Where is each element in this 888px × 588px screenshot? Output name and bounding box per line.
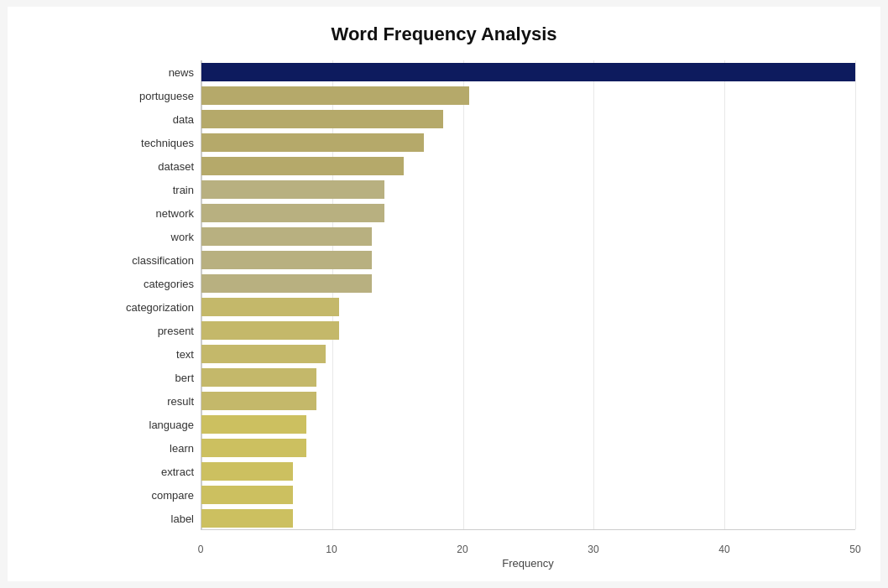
- bar-label: techniques: [108, 131, 194, 154]
- x-tick-label: 10: [326, 544, 337, 555]
- chart-container: Word Frequency Analysis newsportugueseda…: [8, 7, 880, 581]
- bar-item: [201, 251, 372, 268]
- x-tick-label: 30: [588, 544, 598, 555]
- bar-item: [201, 415, 306, 433]
- bars-column: [201, 60, 855, 530]
- bar-label: label: [108, 507, 194, 530]
- bar-label: portuguese: [108, 84, 194, 107]
- bar-label: dataset: [108, 154, 194, 178]
- grid-line: [724, 60, 725, 529]
- bar-item: [201, 321, 339, 339]
- bar-label: categorization: [108, 295, 194, 319]
- bar-item: [201, 180, 384, 198]
- bar-item: [201, 110, 443, 127]
- bar-label: news: [108, 60, 194, 84]
- bar-item: [201, 486, 293, 503]
- x-tick-label: 0: [198, 544, 204, 555]
- bar-item: [201, 63, 855, 81]
- bar-label: train: [108, 178, 194, 201]
- bar-item: [201, 345, 326, 362]
- labels-column: newsportuguesedatatechniquesdatasettrain…: [108, 60, 201, 530]
- bar-label: result: [108, 389, 194, 413]
- x-axis: 01020304050: [201, 530, 855, 555]
- bar-label: compare: [108, 483, 194, 507]
- bar-item: [201, 86, 469, 104]
- bar-item: [201, 368, 316, 386]
- bar-label: extract: [108, 460, 194, 483]
- x-axis-title: Frequency: [201, 557, 855, 570]
- bar-item: [201, 392, 316, 409]
- grid-line: [332, 60, 333, 529]
- bar-item: [201, 298, 339, 315]
- bar-label: language: [108, 413, 194, 436]
- bar-label: present: [108, 319, 194, 342]
- grid-line: [593, 60, 594, 529]
- chart-title: Word Frequency Analysis: [33, 23, 855, 45]
- bar-label: bert: [108, 366, 194, 389]
- grid-line: [463, 60, 464, 529]
- bar-label: network: [108, 201, 194, 225]
- bar-item: [201, 204, 384, 221]
- bar-item: [201, 227, 372, 245]
- bar-item: [201, 157, 404, 174]
- bar-item: [201, 439, 306, 456]
- bar-label: learn: [108, 436, 194, 460]
- x-tick-label: 50: [849, 544, 860, 555]
- bar-label: work: [108, 225, 194, 248]
- bar-item: [201, 509, 293, 527]
- grid-line: [201, 60, 202, 529]
- bar-item: [201, 462, 293, 480]
- x-tick-label: 40: [718, 544, 729, 555]
- bar-item: [201, 274, 372, 292]
- bar-item: [201, 133, 424, 151]
- x-tick-label: 20: [457, 544, 468, 555]
- bar-label: data: [108, 107, 194, 131]
- grid-line: [855, 60, 856, 529]
- bar-label: categories: [108, 272, 194, 295]
- bar-label: text: [108, 342, 194, 366]
- bar-label: classification: [108, 248, 194, 272]
